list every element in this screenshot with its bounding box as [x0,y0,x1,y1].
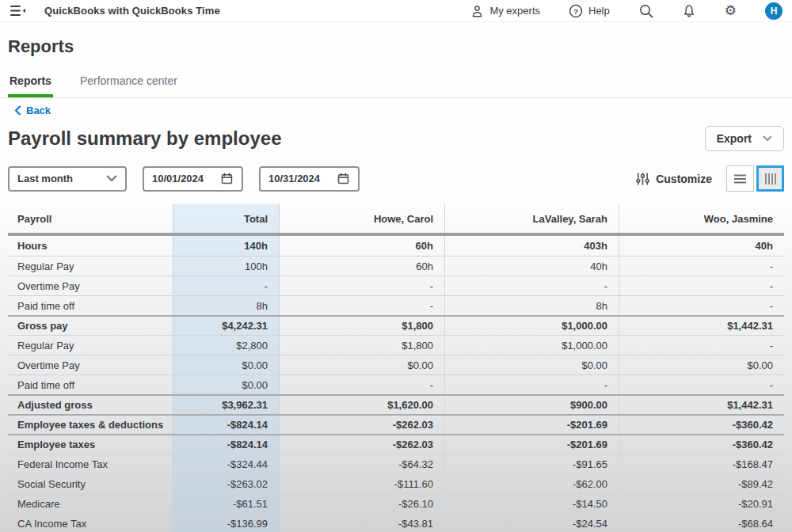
cell-employee-2: - [444,276,619,295]
export-button[interactable]: Export [705,126,784,151]
row-layout-button[interactable] [726,165,754,192]
date-range-select[interactable]: Last month [8,166,127,192]
row-label: Regular Pay [8,336,173,355]
row-label: Gross pay [8,317,173,335]
tab-performance-center[interactable]: Performance center [78,68,179,97]
cell-total: $0.00 [173,375,279,394]
cell-employee-2: -$91.65 [444,454,619,473]
cell-total: -$263.02 [173,474,279,493]
end-date-input[interactable]: 10/31/2024 [259,166,360,192]
tab-bar: Reports Performance center [0,68,792,98]
start-date-value: 10/01/2024 [152,173,204,184]
cell-employee-2: -$14.50 [444,494,619,513]
tab-reports[interactable]: Reports [8,68,53,97]
cell-employee-2: -$201.69 [444,416,619,434]
row-label: Overtime Pay [8,355,173,374]
main-content: Reports Reports Performance center Back … [0,36,792,532]
columns-icon [764,173,777,185]
cell-total: -$324.44 [173,454,279,473]
start-date-input[interactable]: 10/01/2024 [143,166,243,192]
my-experts-button[interactable]: My experts [470,4,540,18]
column-header-employee-1[interactable]: Howe, Carol [279,204,444,233]
topbar-actions: My experts ? Help ⚙ H [470,2,782,20]
cell-employee-1: -$111.60 [279,474,444,493]
settings-button[interactable]: ⚙ [725,4,737,17]
chevron-left-icon [14,105,21,116]
help-label: Help [588,5,610,17]
cell-employee-2: 403h [444,236,619,256]
gear-icon: ⚙ [725,4,737,17]
cell-total: $2,800 [173,336,279,355]
row-label: Hours [8,236,173,256]
table-row: Employee taxes -$824.14 -$262.03 -$201.6… [8,434,784,454]
cell-total: $4,242.31 [173,317,279,335]
column-header-total[interactable]: Total [173,204,279,233]
person-icon [470,4,484,18]
cell-total: -$824.14 [173,435,279,454]
cell-total: -$824.14 [173,416,279,434]
row-label: Overtime Pay [8,276,173,295]
cell-employee-3: $0.00 [619,355,784,374]
cell-employee-3: - [619,276,784,295]
cell-employee-2: -$24.54 [444,514,619,532]
cell-employee-1: -$262.03 [279,416,444,434]
table-row: Medicare -$61.51 -$26.10 -$14.50 -$20.91 [8,493,784,513]
column-layout-button[interactable] [756,165,784,192]
cell-employee-2: - [444,375,619,394]
cell-employee-1: $1,800 [279,317,444,335]
column-header-employee-2[interactable]: LaValley, Sarah [444,204,619,233]
svg-text:?: ? [573,6,578,15]
cell-employee-3: - [619,296,784,315]
chevron-down-icon [106,175,117,182]
cell-employee-2: $900.00 [444,396,619,414]
cell-total: $0.00 [173,355,279,374]
cell-employee-3: - [619,256,784,276]
cell-employee-1: - [279,296,444,315]
sidebar-collapse-icon[interactable] [10,4,27,17]
cell-employee-1: 60h [279,236,444,256]
report-title: Payroll summary by employee [8,127,282,150]
table-row: Social Security -$263.02 -$111.60 -$62.0… [8,473,784,493]
table-row: Overtime Pay - - - - [8,276,784,295]
cell-employee-1: - [279,375,444,394]
cell-total: - [173,276,279,295]
table-row: Paid time off 8h - 8h - [8,295,784,315]
row-label: CA Income Tax [8,514,173,532]
my-experts-label: My experts [489,5,540,17]
column-header-payroll[interactable]: Payroll [8,204,173,233]
cell-employee-1: $0.00 [279,355,444,374]
notifications-button[interactable] [682,3,696,18]
table-row: Paid time off $0.00 - - - [8,374,784,394]
page-title: Reports [8,36,784,57]
row-label: Adjusted gross [8,396,173,414]
cell-employee-3: -$360.42 [619,435,784,454]
table-body: Hours 140h 60h 403h 40h Regular Pay 100h… [8,236,784,532]
table-row: Gross pay $4,242.31 $1,800 $1,000.00 $1,… [8,315,784,335]
rows-icon [733,173,747,184]
avatar[interactable]: H [765,2,782,20]
help-button[interactable]: ? Help [569,4,610,18]
cell-employee-1: -$64.32 [279,454,444,473]
cell-employee-2: -$62.00 [444,474,619,493]
table-row: Federal Income Tax -$324.44 -$64.32 -$91… [8,454,784,473]
row-label: Medicare [8,494,173,513]
column-header-employee-3[interactable]: Woo, Jasmine [619,204,784,233]
row-label: Employee taxes [8,435,173,454]
layout-toggle [726,165,784,192]
customize-button[interactable]: Customize [636,172,712,186]
cell-employee-1: -$43.81 [279,514,444,532]
row-label: Employee taxes & deductions [8,416,173,434]
cell-employee-1: - [279,276,444,295]
back-label: Back [26,104,51,116]
back-link[interactable]: Back [8,104,51,116]
table-header-row: Payroll Total Howe, Carol LaValley, Sara… [8,204,784,233]
cell-employee-2: $0.00 [444,355,619,374]
row-label: Regular Pay [8,256,173,276]
payroll-summary-table: Payroll Total Howe, Carol LaValley, Sara… [8,204,784,532]
search-button[interactable] [638,3,653,18]
customize-icon [636,172,649,186]
cell-employee-1: 60h [279,256,444,276]
cell-employee-3: -$20.91 [619,494,784,513]
cell-employee-3: $1,442.31 [619,317,784,335]
cell-employee-1: -$262.03 [279,435,444,454]
